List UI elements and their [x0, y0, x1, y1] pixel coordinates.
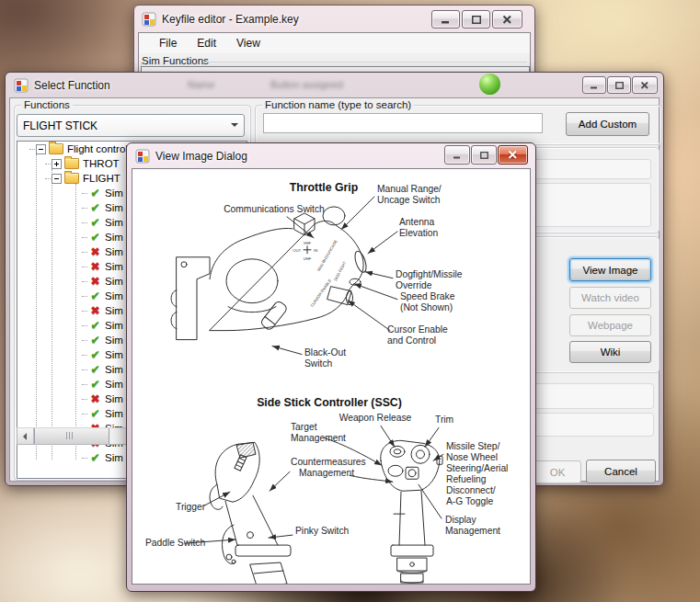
- trim-label: Trim: [435, 415, 453, 425]
- check-icon: ✔: [88, 407, 102, 420]
- expand-icon[interactable]: [52, 159, 62, 169]
- tree-item-label: Sim: [105, 276, 123, 287]
- tree-connector: [82, 325, 87, 326]
- tree-item-label: Sim: [105, 393, 123, 404]
- scroll-left-arrow[interactable]: [17, 428, 34, 444]
- maximize-button[interactable]: [462, 10, 490, 28]
- menu-view[interactable]: View: [226, 34, 270, 52]
- check-icon: ✔: [88, 216, 102, 229]
- glass-blurred-name-header: Name: [188, 79, 214, 90]
- close-icon: [503, 16, 511, 24]
- tree-item-label: Sim: [105, 408, 123, 419]
- cancel-button[interactable]: Cancel: [586, 460, 656, 483]
- device-uhf-label: UHF: [304, 256, 312, 261]
- pinky-switch-label: Pinky Switch: [295, 526, 350, 536]
- check-icon: ✔: [88, 319, 102, 332]
- tree-item-label: Sim: [105, 261, 123, 272]
- countermeasures-label-2: Management: [299, 468, 354, 478]
- function-search-input[interactable]: [263, 113, 543, 133]
- cross-icon: ✖: [88, 275, 102, 288]
- tree-connector: [82, 340, 87, 341]
- maximize-button[interactable]: [471, 145, 497, 165]
- tree-item-label: Sim: [105, 379, 123, 390]
- cancel-label: Cancel: [604, 466, 637, 477]
- tree-item-label: Sim: [105, 187, 123, 199]
- cursor-label-2: and Control: [387, 335, 436, 346]
- functions-group-label: Functions: [21, 99, 73, 110]
- side-stick-right-drawing: [381, 440, 442, 583]
- missile-step-label-2: Nose Wheel: [446, 452, 498, 462]
- maximize-button[interactable]: [607, 76, 631, 94]
- wiki-label: Wiki: [601, 346, 621, 358]
- keyfile-titlebar[interactable]: Keyfile editor - Example.key: [134, 6, 534, 32]
- add-custom-button[interactable]: Add Custom: [566, 112, 649, 136]
- chevron-down-icon: [231, 123, 238, 127]
- check-icon: ✔: [88, 363, 102, 376]
- ok-button[interactable]: OK: [534, 460, 581, 483]
- ok-label: OK: [550, 467, 566, 478]
- diagram-image: Throttle Grip Communications Switch Manu…: [132, 168, 531, 585]
- view-image-titlebar[interactable]: View Image Dialog: [127, 143, 535, 169]
- tree-connector: [82, 369, 87, 370]
- tree-item-label: Sim: [105, 349, 123, 360]
- menu-file[interactable]: File: [149, 34, 187, 52]
- minimize-icon: [442, 16, 450, 24]
- cursor-label: Cursor Enable: [387, 324, 448, 335]
- minimize-button[interactable]: [444, 145, 470, 165]
- minimize-button[interactable]: [582, 76, 606, 94]
- missile-step-label: Missile Step/: [446, 441, 499, 451]
- tree-connector: [82, 399, 87, 400]
- dogfight-label: Dogfight/Missile: [396, 269, 463, 279]
- check-icon: ✔: [88, 451, 102, 464]
- antenna-label: Antenna: [399, 217, 435, 227]
- missile-step-label-3: Steering/Aerial: [446, 463, 508, 473]
- close-icon: [509, 151, 517, 159]
- select-function-titlebar[interactable]: Select Function Name Button assigned: [6, 73, 663, 97]
- view-image-button[interactable]: View Image: [569, 258, 651, 281]
- tree-item-label: THROT: [83, 158, 120, 169]
- menu-edit[interactable]: Edit: [187, 34, 226, 52]
- tree-connector: [82, 193, 87, 194]
- add-custom-label: Add Custom: [579, 119, 637, 130]
- check-icon: ✔: [88, 187, 102, 199]
- close-button[interactable]: [492, 10, 522, 28]
- target-label-2: Management: [291, 433, 346, 443]
- speed-brake-label-2: (Not Shown): [400, 302, 453, 312]
- tree-item-label: Sim: [105, 305, 123, 316]
- wiki-button[interactable]: Wiki: [569, 341, 651, 363]
- scrollbar-thumb[interactable]: [34, 428, 109, 444]
- device-dogfight-label: DOG FIGHT: [333, 260, 348, 281]
- missile-step-label-6: A-G Toggle: [446, 496, 494, 506]
- functions-combobox[interactable]: FLIGHT STICK: [17, 114, 245, 137]
- close-button[interactable]: [498, 145, 528, 165]
- tree-item-label: Sim: [105, 364, 123, 375]
- manual-range-label-2: Uncage Switch: [377, 195, 441, 205]
- device-manrng-label: MAN RNG/UNCAGE: [316, 239, 339, 272]
- tree-connector: [82, 458, 87, 459]
- tree-item-label: Sim: [105, 246, 123, 257]
- tree-item-label: FLIGHT: [83, 173, 120, 184]
- minimize-button[interactable]: [431, 10, 460, 28]
- collapse-icon[interactable]: [52, 174, 62, 184]
- tree-item-label: Sim: [105, 217, 123, 228]
- view-image-dialog-window: View Image Dialog Throttle Grip Communic…: [126, 142, 536, 592]
- webpage-button[interactable]: Webpage: [569, 314, 651, 336]
- side-stick-left-drawing: [210, 442, 291, 584]
- sim-functions-group-label: Sim Functions: [142, 55, 209, 66]
- watch-video-button[interactable]: Watch video: [569, 287, 651, 309]
- app-icon: [142, 12, 156, 27]
- tree-connector: [82, 355, 87, 356]
- tree-connector: [82, 281, 87, 282]
- collapse-icon[interactable]: [36, 144, 46, 154]
- throttle-grip-drawing: VHF OUT IN UHF MAN RNG/UNCAGE DOG FIGHT …: [171, 207, 368, 340]
- target-label: Target: [291, 422, 317, 432]
- watch-video-label: Watch video: [581, 292, 639, 303]
- countermeasures-label: Countermeasures: [291, 457, 366, 467]
- folder-icon: [64, 158, 79, 169]
- check-icon: ✔: [88, 201, 102, 214]
- tree-connector: [29, 149, 35, 150]
- tree-connector: [82, 208, 87, 209]
- window-title: Select Function: [34, 79, 110, 92]
- close-button[interactable]: [632, 76, 658, 94]
- device-in-label: IN: [314, 248, 317, 253]
